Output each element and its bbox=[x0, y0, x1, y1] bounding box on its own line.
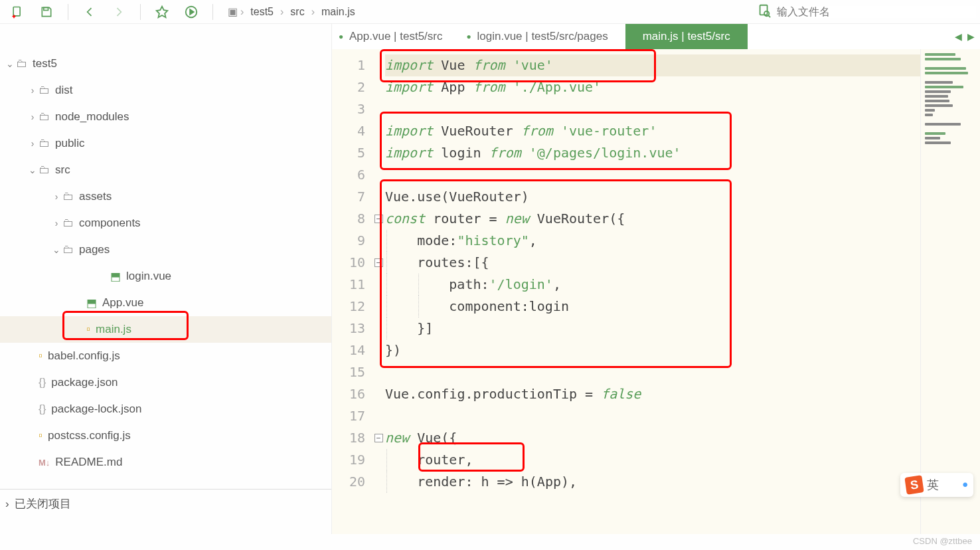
chevron-right-icon[interactable]: › bbox=[27, 112, 39, 122]
minimap-line bbox=[925, 141, 951, 144]
ime-dot: • bbox=[963, 476, 968, 494]
js-file-icon: ▫ bbox=[39, 349, 42, 363]
svg-rect-3 bbox=[44, 7, 48, 10]
fold-toggle-icon[interactable]: − bbox=[374, 258, 383, 267]
closed-projects[interactable]: › 已关闭项目 bbox=[0, 489, 331, 518]
fold-toggle-icon[interactable]: − bbox=[374, 434, 383, 442]
fold-toggle-icon[interactable]: − bbox=[374, 215, 383, 223]
tree-file[interactable]: {}package.json bbox=[0, 369, 331, 396]
folder-icon: 🗀 bbox=[16, 57, 27, 70]
tree-file[interactable]: ▫babel.config.js bbox=[0, 343, 331, 369]
line-number: 4 bbox=[332, 120, 372, 142]
chevron-down-icon[interactable]: ⌄ bbox=[50, 244, 62, 255]
tree-label: login.vue bbox=[126, 270, 171, 283]
folder-icon: 🗀 bbox=[39, 163, 50, 177]
code-line[interactable]: const router = new VueRouter({ bbox=[385, 208, 920, 230]
code-line[interactable]: import Vue from 'vue' bbox=[385, 54, 920, 76]
code-line[interactable]: }) bbox=[385, 339, 920, 361]
line-number: 6 bbox=[332, 164, 372, 186]
main: ⌄ 🗀 test5 ›🗀dist›🗀node_modules›🗀public⌄🗀… bbox=[0, 24, 980, 534]
code-content[interactable]: import Vue from 'vue'import App from './… bbox=[385, 49, 920, 534]
search-input[interactable] bbox=[777, 6, 976, 18]
tree-folder[interactable]: ⌄🗀pages bbox=[0, 236, 331, 263]
chevron-down-icon[interactable]: ⌄ bbox=[27, 165, 39, 175]
tree-file[interactable]: {}package-lock.json bbox=[0, 396, 331, 422]
code-line[interactable] bbox=[385, 98, 920, 120]
code-line[interactable]: import App from './App.vue' bbox=[385, 76, 920, 98]
tree-folder[interactable]: ⌄🗀src bbox=[0, 157, 331, 183]
code-line[interactable]: Vue.use(VueRouter) bbox=[385, 186, 920, 208]
breadcrumb-segment[interactable]: src bbox=[284, 3, 311, 21]
code-area[interactable]: 1234567891011121314151617181920 −−− impo… bbox=[332, 49, 980, 534]
markdown-file-icon: M↓ bbox=[39, 458, 50, 468]
run-icon[interactable] bbox=[178, 2, 204, 22]
search-file-icon[interactable] bbox=[757, 3, 772, 21]
chevron-right-icon[interactable]: › bbox=[27, 138, 39, 149]
back-icon[interactable] bbox=[76, 2, 103, 22]
tree-folder[interactable]: ›🗀public bbox=[0, 130, 331, 157]
code-line[interactable]: routes:[{ bbox=[385, 252, 920, 274]
tree-file[interactable]: ⬒login.vue bbox=[0, 263, 331, 290]
breadcrumb-segment[interactable]: main.js bbox=[315, 3, 362, 21]
tree-label: package.json bbox=[51, 376, 118, 389]
code-line[interactable]: component:login bbox=[385, 296, 920, 318]
chevron-right-icon[interactable]: › bbox=[50, 191, 62, 202]
minimap[interactable] bbox=[920, 49, 980, 534]
tab-next-icon[interactable]: ▶ bbox=[966, 30, 976, 43]
minimap-line bbox=[925, 132, 945, 135]
forward-icon[interactable] bbox=[106, 2, 132, 22]
chevron-right-icon[interactable]: › bbox=[27, 85, 39, 96]
closed-projects-label: 已关闭项目 bbox=[15, 496, 71, 511]
project-root[interactable]: ⌄ 🗀 test5 bbox=[0, 50, 331, 77]
editor: App.vue | test5/srclogin.vue | test5/src… bbox=[332, 24, 980, 534]
code-line[interactable]: render: h => h(App), bbox=[385, 471, 920, 493]
tree-file[interactable]: ⬒App.vue bbox=[0, 290, 331, 316]
tree-folder[interactable]: ›🗀components bbox=[0, 210, 331, 236]
tree-file[interactable]: ▫main.js bbox=[0, 316, 331, 343]
file-explorer: ⌄ 🗀 test5 ›🗀dist›🗀node_modules›🗀public⌄🗀… bbox=[0, 24, 332, 534]
tab-prev-icon[interactable]: ◀ bbox=[953, 30, 963, 43]
tab-nav-arrows: ◀ ▶ bbox=[953, 24, 976, 49]
line-number: 13 bbox=[332, 318, 372, 339]
editor-tab[interactable]: login.vue | test5/src/pages bbox=[459, 24, 625, 49]
minimap-line bbox=[925, 109, 935, 112]
code-line[interactable] bbox=[385, 164, 920, 186]
line-number: 19 bbox=[332, 449, 372, 471]
code-line[interactable] bbox=[385, 361, 920, 383]
folder-icon: 🗀 bbox=[62, 217, 74, 230]
minimap-line bbox=[925, 90, 951, 93]
new-file-icon[interactable] bbox=[4, 2, 31, 22]
ime-indicator[interactable]: S 英 • bbox=[900, 473, 973, 497]
folder-icon: 🗀 bbox=[39, 110, 50, 124]
code-line[interactable]: mode:"history", bbox=[385, 230, 920, 252]
tree-label: src bbox=[55, 163, 70, 177]
tree-folder[interactable]: ›🗀node_modules bbox=[0, 104, 331, 130]
chevron-down-icon: ⌄ bbox=[4, 58, 16, 69]
folder-icon: 🗀 bbox=[39, 84, 50, 97]
code-line[interactable]: path:'/login', bbox=[385, 274, 920, 296]
tree-folder[interactable]: ›🗀assets bbox=[0, 183, 331, 210]
code-line[interactable]: router, bbox=[385, 449, 920, 471]
tree-label: postcss.config.js bbox=[48, 429, 131, 442]
star-icon[interactable] bbox=[149, 2, 175, 22]
line-number: 1 bbox=[332, 54, 372, 76]
tree-file[interactable]: ▫postcss.config.js bbox=[0, 422, 331, 449]
chevron-right-icon[interactable]: › bbox=[50, 218, 62, 229]
folder-icon: ▣ bbox=[228, 5, 238, 18]
code-line[interactable]: Vue.config.productionTip = false bbox=[385, 383, 920, 405]
save-icon[interactable] bbox=[33, 2, 60, 22]
breadcrumb-segment[interactable]: test5 bbox=[244, 3, 280, 21]
breadcrumb: ▣ › test5 › src › main.js bbox=[228, 3, 362, 21]
code-line[interactable]: import VueRouter from 'vue-router' bbox=[385, 120, 920, 142]
code-line[interactable]: new Vue({ bbox=[385, 427, 920, 449]
minimap-line bbox=[925, 53, 955, 56]
code-line[interactable] bbox=[385, 405, 920, 427]
code-line[interactable]: import login from '@/pages/login.vue' bbox=[385, 142, 920, 164]
line-number: 8 bbox=[332, 208, 372, 230]
code-line[interactable]: }] bbox=[385, 318, 920, 339]
editor-tab[interactable]: main.js | test5/src bbox=[625, 24, 748, 49]
tree-folder[interactable]: ›🗀dist bbox=[0, 77, 331, 104]
svg-marker-4 bbox=[157, 6, 168, 17]
editor-tab[interactable]: App.vue | test5/src bbox=[332, 24, 459, 49]
tree-file[interactable]: M↓README.md bbox=[0, 449, 331, 476]
